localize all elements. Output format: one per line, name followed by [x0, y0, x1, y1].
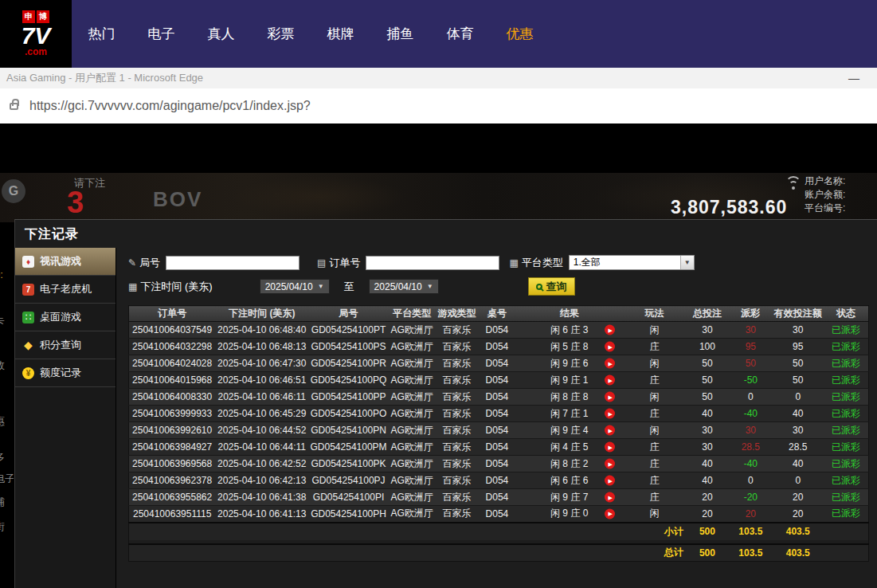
status-cell: 已派彩 [824, 389, 868, 406]
valid-bet-cell: 40 [773, 406, 824, 422]
result-text: 闲 4 庄 5 [550, 441, 588, 453]
logo-suffix: .com [25, 46, 47, 57]
time-cell: 2025-04-10 06:42:13 [215, 472, 308, 489]
sidebar-item-video-games[interactable]: ♦ 视讯游戏 [15, 248, 115, 276]
play-type-cell: 庄 [623, 339, 686, 355]
minimize-button[interactable]: — [848, 68, 859, 88]
status-cell: 已派彩 [824, 506, 868, 523]
result-text: 闲 7 庄 1 [550, 408, 588, 419]
round-cell: GD054254100PP [308, 389, 389, 406]
sidebar-item-points-query[interactable]: ◆ 积分查询 [15, 331, 115, 359]
logo-badge: 博 [37, 10, 49, 23]
logo-badge: 申 [22, 10, 35, 23]
date-from-picker[interactable]: 2025/04/10 ▼ [260, 279, 330, 294]
balance-label: 账户余额: [805, 188, 845, 202]
sidebar-item-credit-records[interactable]: ¥ 额度记录 [15, 359, 115, 387]
background-text-fragment: 多 [0, 450, 5, 465]
payout-cell: 0 [729, 472, 772, 489]
platform-cell: AG欧洲厅 [389, 489, 435, 506]
nav-item[interactable]: 体育 [430, 25, 490, 43]
table-row: 2504100639926102025-04-10 06:44:52GD0542… [129, 422, 869, 439]
nav-item[interactable]: 电子 [131, 25, 191, 43]
platform-cell: AG欧洲厅 [389, 355, 435, 372]
result-text: 闲 9 庄 1 [550, 374, 588, 386]
order-number-input[interactable] [366, 256, 499, 270]
nav-item[interactable]: 捕鱼 [370, 25, 430, 43]
payout-cell: 50 [729, 355, 772, 372]
background-text-fragment: 惠 [0, 414, 5, 429]
search-icon [536, 284, 542, 290]
result-cell: 闲 7 庄 1▶ [515, 406, 623, 422]
time-cell: 2025-04-10 06:44:11 [215, 439, 308, 456]
replay-video-icon[interactable]: ▶ [605, 375, 615, 386]
payout-cell: 95 [729, 339, 772, 355]
table-brand-text: BOV [153, 187, 202, 212]
round-number-input[interactable] [166, 256, 300, 270]
table-number-cell: D054 [479, 355, 515, 372]
gem-icon: ◆ [22, 339, 34, 351]
time-cell: 2025-04-10 06:48:40 [215, 322, 308, 339]
time-cell: 2025-04-10 06:42:52 [215, 456, 308, 472]
order-cell: 250410063992610 [129, 422, 216, 439]
valid-bet-cell: 50 [773, 372, 824, 389]
column-header: 状态 [824, 306, 868, 322]
play-type-cell: 庄 [623, 439, 686, 456]
search-button[interactable]: 查询 [528, 277, 575, 296]
valid-bet-cell: 20 [773, 489, 824, 506]
label-text: 订单号 [329, 256, 360, 270]
bet-records-panel: 下注记录 ♦ 视讯游戏 7 电子老虎机 ∷ 桌面游戏 [14, 219, 877, 588]
filter-row-2: ▦ 下注时间 (美东) 2025/04/10 ▼ 至 2025/04/10 ▼ [116, 277, 877, 296]
result-text: 闲 5 庄 8 [550, 341, 588, 352]
replay-video-icon[interactable]: ▶ [605, 476, 615, 486]
nav-item[interactable]: 优惠 [490, 25, 550, 43]
subtotal-label: 小计 [623, 523, 686, 540]
sidebar-item-table-games[interactable]: ∷ 桌面游戏 [15, 304, 115, 331]
table-number-cell: D054 [479, 489, 515, 506]
order-cell: 250410063955862 [129, 489, 216, 506]
replay-video-icon[interactable]: ▶ [605, 392, 615, 402]
replay-video-icon[interactable]: ▶ [605, 492, 615, 503]
replay-video-icon[interactable]: ▶ [605, 425, 615, 436]
round-cell: GD054254100PJ [308, 472, 389, 489]
column-header: 结果 [515, 306, 623, 322]
replay-video-icon[interactable]: ▶ [605, 359, 615, 369]
chevron-down-icon: ▼ [318, 283, 324, 290]
replay-video-icon[interactable]: ▶ [605, 442, 615, 453]
platform-type-select[interactable]: 1.全部 ▼ [569, 255, 695, 270]
result-text: 闲 6 庄 6 [550, 475, 588, 486]
replay-video-icon[interactable]: ▶ [605, 409, 615, 419]
slot-machine-icon: 7 [22, 284, 34, 296]
payout-cell: -40 [729, 456, 772, 472]
bet-time-label: ▦ 下注时间 (美东) [128, 280, 213, 294]
left-strip: 0:卡效惠多电子捕街 [0, 123, 14, 588]
status-cell: 已派彩 [824, 489, 868, 506]
table-row: 2504100639558622025-04-10 06:41:38GD0542… [129, 489, 869, 506]
total-valid-bet: 403.5 [773, 544, 824, 562]
date-to-picker[interactable]: 2025/04/10 ▼ [369, 279, 439, 294]
time-cell: 2025-04-10 06:47:30 [215, 355, 308, 372]
game-type-cell: 百家乐 [435, 355, 478, 372]
cards-icon: ♦ [22, 256, 34, 268]
round-cell: GD054254100PI [308, 489, 389, 506]
background-text-fragment: 捕 [0, 496, 5, 510]
time-cell: 2025-04-10 06:46:11 [215, 389, 308, 406]
result-cell: 闲 9 庄 1▶ [515, 372, 623, 389]
sidebar-item-slots[interactable]: 7 电子老虎机 [15, 276, 115, 304]
replay-video-icon[interactable]: ▶ [605, 508, 615, 519]
platform-cell: AG欧洲厅 [389, 439, 435, 456]
url-text[interactable]: https://gci.7vvvvvv.com/agingame/pcv1/in… [29, 99, 311, 113]
replay-video-icon[interactable]: ▶ [605, 342, 615, 352]
nav-item[interactable]: 热门 [72, 25, 131, 43]
payout-cell: -20 [729, 489, 772, 506]
platform-cell: AG欧洲厅 [389, 339, 435, 355]
nav-item[interactable]: 棋牌 [311, 25, 370, 43]
brand-logo[interactable]: 申 博 7V .com [0, 0, 72, 68]
platform-cell: AG欧洲厅 [389, 422, 435, 439]
replay-video-icon[interactable]: ▶ [605, 325, 615, 335]
nav-item[interactable]: 彩票 [251, 25, 311, 43]
username-label: 用户名称: [805, 174, 845, 188]
valid-bet-cell: 30 [773, 322, 824, 339]
replay-video-icon[interactable]: ▶ [605, 459, 615, 469]
round-cell: GD054254100PN [308, 422, 389, 439]
nav-item[interactable]: 真人 [191, 25, 251, 43]
